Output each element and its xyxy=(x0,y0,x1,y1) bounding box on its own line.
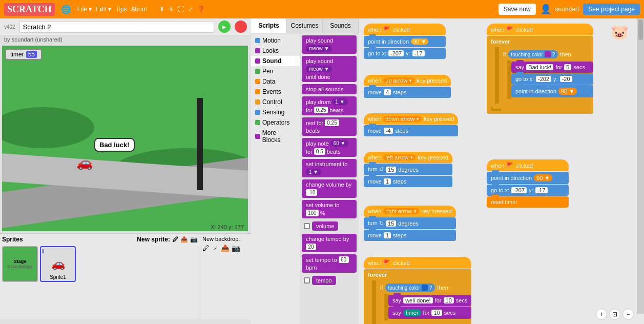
say-timer-var[interactable]: timer xyxy=(403,309,421,316)
turn-left-15[interactable]: turn ↺ 15 degrees xyxy=(364,164,452,175)
point-in-direction-1[interactable]: point in direction 90 ▼ xyxy=(364,36,446,47)
green-flag-button[interactable] xyxy=(218,21,231,33)
file-menu[interactable]: File ▾ xyxy=(77,6,92,13)
say-bad-luck-text[interactable]: Bad luck! xyxy=(526,64,553,70)
backdrop-upload-icon[interactable]: 📤 xyxy=(221,244,230,252)
say-timer-secs[interactable]: 10 xyxy=(431,310,442,316)
point-direction-r1[interactable]: point in direction 90 ▼ xyxy=(511,85,593,97)
when-flag-clicked-6[interactable]: when 🚩 clicked xyxy=(364,257,471,269)
block-set-tempo[interactable]: set tempo to 60 bpm xyxy=(302,254,357,273)
scripts-area[interactable]: when 🚩 clicked point in direction 90 ▼ g… xyxy=(359,18,644,324)
change-volume-input[interactable]: -10 xyxy=(306,189,317,196)
move-4-val[interactable]: 4 xyxy=(384,89,391,95)
rest-beats-input[interactable]: 0.25 xyxy=(325,119,339,126)
when-left-arrow[interactable]: when left arrow key pressed xyxy=(364,152,452,163)
instrument-input[interactable]: 1 ▼ xyxy=(306,169,321,175)
fullscreen-icon[interactable]: ⛶ xyxy=(178,6,184,13)
cat-pen[interactable]: Pen xyxy=(251,66,300,76)
project-name-input[interactable] xyxy=(19,21,214,33)
new-sprite-camera-icon[interactable]: 📷 xyxy=(190,236,198,243)
sprite1-thumbnail[interactable]: ℹ 🚗 Sprite1 xyxy=(40,246,76,282)
when-right-arrow[interactable]: when right arrow key pressed xyxy=(364,206,456,217)
cat-events[interactable]: Events xyxy=(251,87,300,97)
direction-value-1[interactable]: 90 ▼ xyxy=(411,38,428,45)
block-change-tempo[interactable]: change tempo by 20 xyxy=(302,234,357,252)
cat-sensing[interactable]: Sensing xyxy=(251,107,300,117)
zoom-fit-button[interactable]: ⊡ xyxy=(609,309,620,320)
block-rest-for[interactable]: rest for 0.25 beats xyxy=(302,117,357,136)
say-timer[interactable]: say timer for 10 secs xyxy=(388,307,471,319)
block-tempo-oval[interactable]: tempo xyxy=(312,276,336,285)
when-flag-clicked-r1[interactable]: when 🚩 clicked xyxy=(487,24,593,35)
set-volume-input[interactable]: 100 xyxy=(306,210,319,216)
move-1-left-val[interactable]: 1 xyxy=(384,178,391,185)
direction-r1[interactable]: 90 ▼ xyxy=(558,88,577,95)
block-play-drum[interactable]: play drum 1 ▼ for 0.25 beats xyxy=(302,96,357,115)
new-sprite-upload-icon[interactable]: 📤 xyxy=(180,236,188,243)
say-well-done-secs[interactable]: 10 xyxy=(444,297,454,303)
forever-block-r1[interactable]: forever if touching color ? then xyxy=(487,36,593,114)
turn-right-val[interactable]: 15 xyxy=(386,220,396,227)
zoom-in-button[interactable]: + xyxy=(596,309,607,320)
turn-left-val[interactable]: 15 xyxy=(386,167,396,173)
block-play-sound-until-done[interactable]: play sound meow ▼ until done xyxy=(302,56,357,82)
save-button[interactable]: Save now xyxy=(498,4,536,15)
touching-color-condition-blue[interactable]: touching color ? xyxy=(385,284,435,292)
play-sound-until-input[interactable]: meow ▼ xyxy=(306,66,332,72)
if-touching-orange[interactable]: if touching color ? then say xyxy=(499,48,593,102)
block-set-volume[interactable]: set volume to 100 % xyxy=(302,200,357,218)
zoom-out-button[interactable]: − xyxy=(622,309,634,320)
tips-link[interactable]: Tips xyxy=(115,6,127,13)
cat-motion[interactable]: Motion xyxy=(251,35,300,46)
reset-timer[interactable]: reset timer xyxy=(487,196,569,208)
cat-control[interactable]: Control xyxy=(251,97,300,107)
when-flag-clicked-1[interactable]: when 🚩 clicked xyxy=(364,24,446,35)
block-set-instrument[interactable]: set instrument to 1 ▼ xyxy=(302,159,357,177)
cat-data[interactable]: Data xyxy=(251,76,300,87)
touching-color-condition-orange[interactable]: touching color ? xyxy=(508,50,558,58)
play-sound-input[interactable]: meow ▼ xyxy=(306,45,332,52)
left-arrow-key[interactable]: left arrow xyxy=(383,154,416,160)
about-link[interactable]: About xyxy=(131,6,147,13)
note-beats-input[interactable]: 0.5 xyxy=(314,148,325,155)
up-arrow-key[interactable]: up arrow xyxy=(383,77,414,84)
stage-thumbnail[interactable]: Stage 5 backdrops xyxy=(2,246,38,282)
go-x-r1[interactable]: -202 xyxy=(536,76,551,82)
move-1-steps-right[interactable]: move 1 steps xyxy=(364,230,456,241)
cat-operators[interactable]: Operators xyxy=(251,117,300,128)
resize-icon[interactable]: ⤢ xyxy=(188,6,193,13)
block-play-sound[interactable]: play sound meow ▼ xyxy=(302,35,357,54)
say-bad-luck-secs[interactable]: 5 xyxy=(564,64,571,70)
go-to-xy-r1[interactable]: go to x: -202 y: -20 xyxy=(511,73,593,85)
right-arrow-key[interactable]: right arrow xyxy=(383,208,419,214)
new-sprite-paint-icon[interactable]: 🖊 xyxy=(172,236,178,243)
globe-icon[interactable]: 🌐 xyxy=(61,5,71,14)
move-1-right-val[interactable]: 1 xyxy=(384,232,391,238)
block-play-note[interactable]: play note 60 ▼ for 0.5 beats xyxy=(302,138,357,157)
block-stop-all-sounds[interactable]: stop all sounds xyxy=(302,84,357,94)
help-icon[interactable]: ❓ xyxy=(197,6,205,13)
say-well-done-text[interactable]: well done! xyxy=(403,297,433,303)
block-change-volume[interactable]: change volume by -10 xyxy=(302,179,357,198)
go-to-xy-r2[interactable]: go to x: -207 y: -17 xyxy=(487,185,569,196)
go-x-1[interactable]: -207 xyxy=(388,50,404,56)
direction-r2[interactable]: 90 ▼ xyxy=(534,174,552,181)
say-bad-luck[interactable]: say Bad luck! for 5 secs xyxy=(511,62,593,73)
down-arrow-key[interactable]: down arrow xyxy=(383,116,422,122)
move-neg4-steps[interactable]: move -4 steps xyxy=(364,125,458,136)
set-tempo-input[interactable]: 60 xyxy=(339,256,349,263)
drum-input[interactable]: 1 ▼ xyxy=(332,98,347,105)
when-down-arrow[interactable]: when down arrow key pressed xyxy=(364,113,458,125)
go-x-r2[interactable]: -207 xyxy=(511,187,527,193)
tempo-checkbox[interactable] xyxy=(304,277,310,284)
drum-beats-input[interactable]: 0.25 xyxy=(314,107,328,113)
scripts-scrollbar[interactable] xyxy=(637,18,644,314)
note-input[interactable]: 60 ▼ xyxy=(330,140,349,147)
move-neg4-val[interactable]: -4 xyxy=(384,128,393,134)
move-4-steps[interactable]: move 4 steps xyxy=(364,87,451,98)
when-flag-clicked-r2[interactable]: when 🚩 clicked xyxy=(487,159,569,171)
when-up-arrow[interactable]: when up arrow key pressed xyxy=(364,75,451,86)
change-tempo-input[interactable]: 20 xyxy=(306,244,316,250)
backdrop-slash-icon[interactable]: ⟋ xyxy=(212,244,219,252)
go-to-xy-1[interactable]: go to x: -207 y: -17 xyxy=(364,48,446,59)
